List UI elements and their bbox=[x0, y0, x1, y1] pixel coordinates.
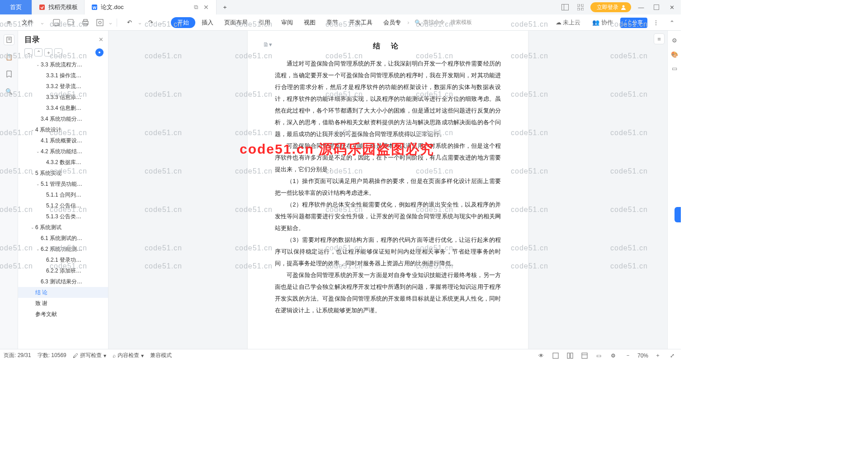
outline-item[interactable]: ⌄4.2 系统功能结… bbox=[18, 146, 108, 157]
doc-paragraph: 可盈保险合同管理系统在功能上面是基本可以满足用户对系统的操作，但是这个程序软件也… bbox=[275, 140, 501, 175]
demote-icon[interactable]: － bbox=[54, 48, 62, 56]
view-page-icon[interactable] bbox=[551, 351, 561, 361]
menu-member[interactable]: 会员专 bbox=[379, 17, 406, 28]
left-rail: 📋 🔍 bbox=[0, 31, 18, 349]
outline-item[interactable]: 3.4 系统功能分… bbox=[18, 113, 108, 124]
menu-review[interactable]: 审阅 bbox=[277, 17, 297, 28]
rail-search-icon[interactable]: 🔍 bbox=[4, 86, 14, 97]
redo-icon[interactable]: ↷ bbox=[144, 16, 157, 29]
eye-mode-icon[interactable]: 👁 bbox=[536, 351, 546, 361]
word-doc-icon: W bbox=[91, 4, 98, 11]
outline-item[interactable]: 参考文献 bbox=[18, 309, 108, 320]
outline-item[interactable]: 3.3.1 操作流… bbox=[18, 70, 108, 81]
outline-close-icon[interactable]: ✕ bbox=[99, 36, 104, 43]
view-outline-icon[interactable] bbox=[565, 351, 575, 361]
clipboard-icon[interactable]: 📋 bbox=[4, 52, 14, 62]
expand-all-icon[interactable]: ⌃ bbox=[34, 48, 42, 56]
outline-settings-icon[interactable] bbox=[95, 48, 104, 56]
promote-icon[interactable]: ＋ bbox=[44, 48, 52, 56]
tab-home[interactable]: 首页 bbox=[0, 0, 32, 14]
menu-chapter[interactable]: 章节 bbox=[322, 17, 343, 28]
rail-settings-icon[interactable]: ⚙ bbox=[672, 37, 677, 44]
bookmark-icon[interactable] bbox=[4, 69, 14, 80]
fit-page-icon[interactable]: ⤢ bbox=[667, 351, 677, 361]
outline-item[interactable]: ⌄5.1 管理员功能… bbox=[18, 179, 108, 189]
apps-icon[interactable] bbox=[575, 2, 586, 13]
zoom-in-icon[interactable]: ＋ bbox=[653, 351, 663, 361]
menu-dev[interactable]: 开发工具 bbox=[344, 17, 377, 28]
rail-styles-icon[interactable]: 🎨 bbox=[671, 51, 678, 58]
outline-item[interactable]: 5.1.3 公告类… bbox=[18, 211, 108, 222]
zoom-settings-icon[interactable]: ⚙ bbox=[609, 351, 618, 361]
menu-view[interactable]: 视图 bbox=[299, 17, 320, 28]
print-icon[interactable] bbox=[79, 16, 92, 29]
svg-rect-23 bbox=[553, 353, 558, 358]
outline-item[interactable]: ⌄6 系统测试 bbox=[18, 222, 108, 233]
cloud-status[interactable]: ☁ 未上云 bbox=[551, 17, 585, 28]
tab-close-icon[interactable]: ✕ bbox=[203, 4, 210, 11]
zoom-level[interactable]: 70% bbox=[637, 353, 648, 359]
outline-item[interactable]: ⌄3.3 系统流程方… bbox=[18, 59, 108, 70]
spell-check[interactable]: 🖊 拼写检查 ▾ bbox=[73, 352, 106, 359]
outline-item[interactable]: 致 谢 bbox=[18, 298, 108, 309]
page-doc-icon[interactable]: 🗎▾ bbox=[263, 39, 272, 51]
outline-item[interactable]: 3.3.2 登录流… bbox=[18, 81, 108, 92]
sidebar-toggle-icon[interactable]: ≡ bbox=[654, 33, 665, 44]
collapse-ribbon-icon[interactable]: ⌃ bbox=[665, 16, 678, 29]
preview-icon[interactable] bbox=[94, 16, 106, 29]
undo-icon[interactable]: ↶ bbox=[123, 16, 136, 29]
menu-scroll-icon[interactable]: › bbox=[407, 19, 409, 26]
collapse-all-icon[interactable]: ⌄ bbox=[24, 48, 33, 56]
outline-item[interactable]: 4.1 系统概要设… bbox=[18, 135, 108, 146]
outline-item[interactable]: 5.1.2 公告信… bbox=[18, 200, 108, 211]
outline-item[interactable]: 5.1.1 合同列… bbox=[18, 189, 108, 200]
doc-paragraph: （2）程序软件的总体安全性能需要优化，例如程序的退出安全性，以及程序的并发性等问… bbox=[275, 199, 501, 234]
outline-item[interactable]: ⌄6.2 系统功能测… bbox=[18, 244, 108, 254]
outline-item[interactable]: ⌄5 系统实现 bbox=[18, 168, 108, 179]
command-search[interactable]: 🔍查找命令、搜索模板 bbox=[411, 19, 476, 26]
maximize-icon[interactable] bbox=[651, 2, 662, 13]
outline-item[interactable]: 6.1 系统测试的… bbox=[18, 233, 108, 244]
outline-panel: 目录 ✕ ⌄ ⌃ ＋ － ⌄3.3 系统流程方…3.3.1 操作流…3.3.2 … bbox=[18, 31, 108, 349]
collab-button[interactable]: 👥 协作 bbox=[588, 17, 618, 28]
outline-item[interactable]: 4.3.2 数据库… bbox=[18, 157, 108, 168]
close-window-icon[interactable]: ✕ bbox=[666, 2, 677, 13]
zoom-out-icon[interactable]: － bbox=[623, 351, 633, 361]
share-button[interactable]: ⛶ 分享 bbox=[620, 18, 647, 28]
outline-item[interactable]: 3.3.3 信息添… bbox=[18, 92, 108, 103]
login-button[interactable]: 立即登录 bbox=[590, 2, 631, 12]
tab-document[interactable]: W 论文.doc ⧉ ✕ bbox=[85, 0, 217, 14]
outline-item[interactable]: ⌄4 系统设计 bbox=[18, 124, 108, 135]
outline-item[interactable]: 6.2.2 添加班… bbox=[18, 265, 108, 276]
menu-ref[interactable]: 引用 bbox=[254, 17, 275, 28]
save-dropdown-icon[interactable] bbox=[65, 16, 77, 29]
rail-select-icon[interactable]: ▭ bbox=[672, 65, 677, 72]
content-check[interactable]: ⌕ 内容检查 ▾ bbox=[113, 352, 144, 359]
compat-mode[interactable]: 兼容模式 bbox=[150, 352, 172, 359]
outline-item[interactable]: 6.2.1 登录功… bbox=[18, 254, 108, 265]
menu-layout[interactable]: 页面布局 bbox=[220, 17, 252, 28]
outline-item[interactable]: 3.3.4 信息删… bbox=[18, 103, 108, 113]
view-read-icon[interactable]: ▭ bbox=[594, 351, 604, 361]
menu-more-icon[interactable]: ⋯ bbox=[650, 16, 663, 29]
menu-start[interactable]: 开始 bbox=[171, 17, 195, 28]
menu-file[interactable]: 文件 bbox=[17, 17, 38, 28]
menu-insert[interactable]: 插入 bbox=[197, 17, 218, 28]
hamburger-icon[interactable]: ≡ bbox=[3, 16, 15, 29]
notebook-icon[interactable] bbox=[4, 34, 14, 45]
save-icon[interactable] bbox=[50, 16, 63, 29]
view-web-icon[interactable] bbox=[580, 351, 590, 361]
new-tab-button[interactable]: ＋ bbox=[217, 0, 233, 14]
minimize-icon[interactable]: — bbox=[636, 2, 646, 13]
page-indicator[interactable]: 页面: 29/31 bbox=[4, 352, 31, 359]
side-expand-tab[interactable] bbox=[675, 207, 681, 222]
word-count[interactable]: 字数: 10569 bbox=[38, 352, 66, 359]
svg-point-9 bbox=[623, 5, 625, 8]
doc-template-icon bbox=[38, 4, 46, 11]
tab-templates[interactable]: 找稻壳模板 bbox=[32, 0, 85, 14]
outline-item[interactable]: 结 论 bbox=[18, 287, 108, 298]
layout1-icon[interactable] bbox=[560, 2, 571, 13]
svg-rect-11 bbox=[53, 19, 60, 26]
outline-item[interactable]: 6.3 测试结果分… bbox=[18, 276, 108, 287]
tab-window-icon[interactable]: ⧉ bbox=[193, 4, 200, 11]
